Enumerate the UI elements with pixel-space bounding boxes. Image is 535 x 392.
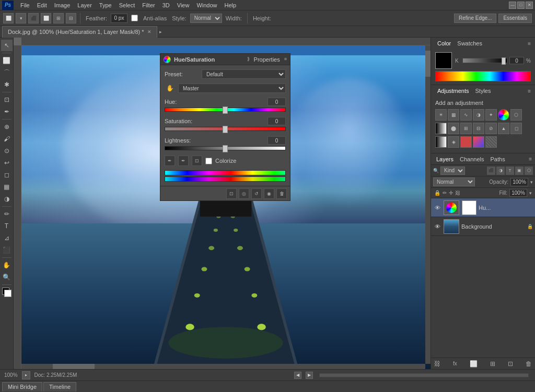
properties-menu-icon[interactable]: ≡ (284, 56, 287, 63)
dodge-tool[interactable]: ◑ (1, 193, 13, 205)
channel-select[interactable]: Master (178, 84, 286, 93)
hue-sat-adj-icon[interactable] (498, 109, 509, 121)
layers-tab[interactable]: Layers (434, 155, 456, 163)
paths-tab[interactable]: Paths (489, 155, 507, 163)
close-button[interactable]: ✕ (526, 2, 533, 9)
horizontal-scrollbar-thumb[interactable] (53, 364, 95, 369)
hue-track[interactable] (165, 108, 286, 112)
photo-filter-icon[interactable]: ⬤ (448, 123, 459, 134)
opacity-arrow-icon[interactable]: ▾ (530, 180, 533, 185)
color-balance-icon[interactable]: ⬡ (510, 109, 522, 121)
solid-color-icon[interactable] (460, 136, 472, 148)
document-tab-close[interactable]: ✕ (147, 29, 152, 34)
menu-layer[interactable]: Layer (74, 1, 96, 9)
colorize-checkbox[interactable] (205, 158, 212, 164)
invert-icon[interactable]: ⊘ (485, 123, 497, 134)
antialias-checkbox[interactable] (131, 15, 138, 21)
path-select-tool[interactable]: ⊿ (1, 232, 13, 244)
eyedropper-tool[interactable]: ✒ (1, 106, 13, 117)
timeline-forward-icon[interactable]: ▶ (306, 372, 313, 379)
lock-all-icon[interactable]: ⛓ (455, 190, 460, 196)
k-thumb[interactable] (502, 57, 506, 65)
layers-mask-icon[interactable]: ⬜ (470, 360, 478, 367)
swatches-tab[interactable]: Swatches (455, 39, 484, 47)
styles-tab[interactable]: Styles (473, 87, 493, 95)
tool-option-3[interactable]: ⊞ (53, 13, 64, 23)
clone-tool[interactable]: ⊙ (1, 145, 13, 157)
pen-tool[interactable]: ✏ (1, 208, 13, 220)
vertical-scrollbar[interactable] (425, 45, 431, 364)
tab-scroll-right[interactable]: ▸ (159, 29, 162, 34)
lock-position-icon[interactable]: ✛ (449, 190, 453, 196)
layer-row-hue-sat[interactable]: 👁 Hu... (431, 198, 535, 217)
layer-visibility-hue-sat[interactable]: 👁 (433, 204, 441, 212)
lightness-track[interactable] (165, 146, 286, 150)
gradient-map-icon[interactable] (435, 136, 447, 148)
mini-bridge-tab[interactable]: Mini Bridge (2, 382, 42, 391)
posterize-icon[interactable]: ▲ (498, 123, 509, 134)
layers-delete-icon[interactable]: 🗑 (526, 360, 532, 367)
layer-row-background[interactable]: 👁 Background 🔒 (431, 217, 535, 236)
color-panel-menu[interactable]: ≡ (528, 41, 531, 46)
menu-select[interactable]: Select (115, 1, 139, 9)
menu-file[interactable]: File (17, 1, 33, 9)
hue-value-input[interactable] (268, 98, 286, 106)
channels-tab[interactable]: Channels (458, 155, 486, 163)
layers-panel-menu[interactable]: ≡ (529, 156, 532, 162)
lock-image-icon[interactable]: ✏ (443, 190, 447, 196)
layer-visibility-background[interactable]: 👁 (433, 222, 441, 231)
menu-3d[interactable]: 3D (159, 1, 173, 9)
saturation-thumb[interactable] (223, 126, 228, 133)
k-value-input[interactable] (509, 57, 524, 64)
properties-visibility-icon[interactable]: ◉ (264, 188, 274, 199)
shape-tool[interactable]: ⬛ (1, 244, 13, 256)
marquee-options-icon[interactable]: ▾ (16, 13, 26, 23)
channel-mixer-icon[interactable]: ⊞ (460, 123, 472, 134)
pattern-fill-icon[interactable] (485, 136, 497, 148)
layers-group-icon[interactable]: ⊞ (490, 360, 495, 367)
preset-select[interactable]: Default (202, 69, 286, 79)
horizontal-scrollbar[interactable] (21, 364, 425, 369)
fill-arrow-icon[interactable]: ▾ (529, 191, 532, 196)
tool-option-1[interactable]: ⬛ (28, 13, 39, 23)
properties-clip-icon[interactable]: ⊡ (226, 188, 237, 199)
adjustments-tab[interactable]: Adjustments (435, 87, 471, 95)
k-track[interactable] (462, 58, 507, 63)
exposure-icon[interactable]: ◑ (473, 109, 484, 121)
eraser-tool[interactable]: ◻ (1, 169, 13, 181)
layers-fx-icon[interactable]: fx (453, 361, 457, 366)
properties-delete-icon[interactable]: 🗑 (276, 188, 287, 199)
color-spectrum-bar[interactable] (435, 71, 531, 81)
menu-window[interactable]: Window (193, 1, 220, 9)
lightness-thumb[interactable] (223, 145, 228, 152)
quick-select-tool[interactable]: ✱ (1, 79, 13, 90)
maximize-button[interactable]: □ (517, 2, 525, 9)
brush-tool[interactable]: 🖌 (1, 133, 13, 145)
lasso-tool[interactable]: ⌒ (1, 67, 13, 78)
refine-edge-button[interactable]: Refine Edge... (454, 14, 496, 23)
timeline-tab[interactable]: Timeline (43, 382, 76, 391)
crop-tool[interactable]: ⊡ (1, 94, 13, 105)
style-select[interactable]: Normal (190, 14, 222, 23)
black-white-icon[interactable] (435, 123, 447, 134)
layers-link-icon[interactable]: ⛓ (434, 360, 440, 367)
filter-pixel-icon[interactable]: ⬛ (487, 167, 495, 175)
current-color-swatch[interactable] (435, 52, 452, 69)
marquee-rect-icon[interactable]: ⬜ (3, 13, 14, 23)
color-lookup-icon[interactable]: ⊟ (473, 123, 484, 134)
sample-eyedropper-icon[interactable]: ⊡ (192, 156, 202, 166)
filter-type-icon[interactable]: T (506, 167, 514, 175)
adjustments-panel-menu[interactable]: ≡ (528, 88, 531, 94)
levels-icon[interactable]: ▦ (448, 109, 459, 121)
filter-adjust-icon[interactable]: ◑ (496, 167, 505, 175)
minimize-button[interactable]: — (509, 2, 516, 9)
selective-color-icon[interactable]: ◈ (448, 136, 459, 148)
gradient-fill-icon[interactable] (473, 136, 484, 148)
move-tool[interactable]: ↖ (1, 40, 13, 51)
essentials-button[interactable]: Essentials (498, 14, 532, 23)
opacity-input[interactable] (510, 178, 528, 186)
history-brush[interactable]: ↩ (1, 157, 13, 169)
saturation-track[interactable] (165, 127, 286, 131)
tool-option-4[interactable]: ⊟ (66, 13, 76, 23)
hue-thumb[interactable] (223, 106, 228, 114)
